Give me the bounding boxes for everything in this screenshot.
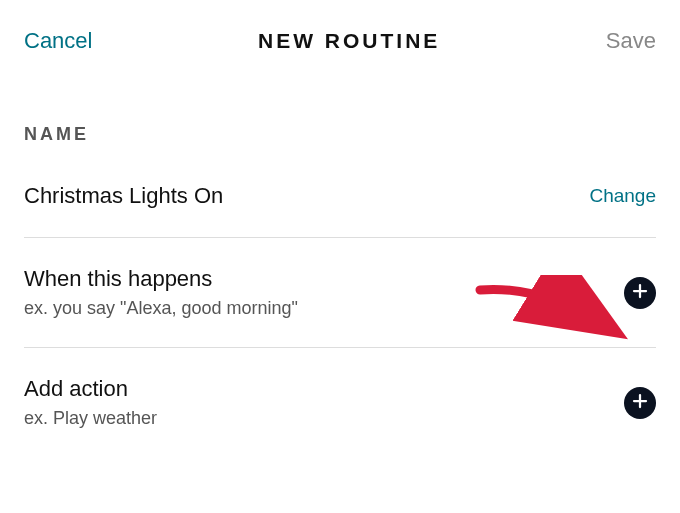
action-row-subtitle: ex. Play weather: [24, 408, 157, 429]
action-row-body: Add action ex. Play weather: [24, 376, 157, 429]
when-row-title: When this happens: [24, 266, 298, 292]
when-row-body: When this happens ex. you say "Alexa, go…: [24, 266, 298, 319]
cancel-button[interactable]: Cancel: [24, 28, 92, 54]
action-row-title: Add action: [24, 376, 157, 402]
add-action-button[interactable]: [624, 387, 656, 419]
name-section-label: NAME: [0, 74, 680, 155]
when-row-subtitle: ex. you say "Alexa, good morning": [24, 298, 298, 319]
save-button[interactable]: Save: [606, 28, 656, 54]
plus-icon: [631, 392, 649, 414]
change-name-link[interactable]: Change: [589, 185, 656, 207]
add-trigger-button[interactable]: [624, 277, 656, 309]
page-title: NEW ROUTINE: [258, 29, 440, 53]
routine-name-row: Christmas Lights On Change: [24, 155, 656, 238]
add-action-row[interactable]: Add action ex. Play weather: [24, 348, 656, 429]
plus-icon: [631, 282, 649, 304]
routine-name-value: Christmas Lights On: [24, 183, 223, 209]
header-bar: Cancel NEW ROUTINE Save: [0, 0, 680, 74]
when-this-happens-row[interactable]: When this happens ex. you say "Alexa, go…: [24, 238, 656, 348]
